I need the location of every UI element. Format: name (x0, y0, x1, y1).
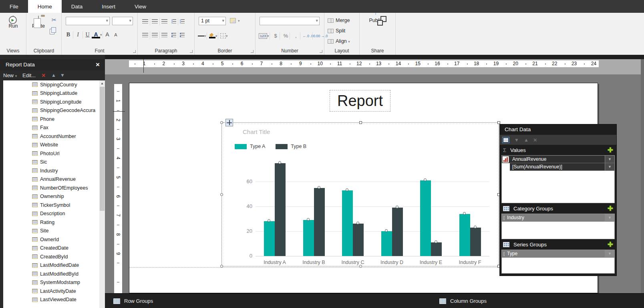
value-dropdown-icon[interactable]: ▼ (605, 156, 614, 163)
align-center-icon[interactable] (152, 33, 158, 37)
border-width-select[interactable]: 1 pt (199, 17, 226, 25)
properties-icon[interactable] (502, 137, 509, 143)
number-format-icon[interactable]: 123 (259, 33, 267, 39)
tab-home[interactable]: Home (28, 0, 62, 13)
tree-field[interactable]: Phone (3, 115, 99, 124)
move-up-icon[interactable]: ▲ (524, 137, 529, 143)
tree-field[interactable]: LastViewedDate (3, 296, 99, 304)
move-handle-icon[interactable] (225, 119, 233, 126)
align-middle-icon[interactable] (152, 19, 158, 24)
align-right-icon[interactable] (161, 33, 167, 37)
category-row-industry[interactable]: [ Industry ▼ (502, 214, 614, 222)
tree-field[interactable]: LastModifiedById (3, 270, 99, 278)
chart-bar[interactable] (381, 231, 392, 256)
paragraph-dialog-launcher[interactable] (190, 50, 193, 53)
tree-field[interactable]: SystemModstamp (3, 278, 99, 287)
move-down-icon[interactable]: ▼ (514, 137, 519, 143)
paste-button[interactable]: Paste (28, 16, 49, 29)
add-value-icon[interactable]: ✚ (608, 146, 613, 154)
selection-handle-top-center[interactable] (359, 121, 362, 124)
chart-bar[interactable] (342, 190, 353, 256)
delete-icon[interactable]: × (533, 136, 537, 143)
selection-handle-bottom-center[interactable] (359, 265, 362, 268)
increase-decimal-button[interactable]: ←.0 .00 (302, 34, 312, 38)
category-dropdown-icon[interactable]: ▼ (605, 214, 614, 221)
currency-button[interactable]: $ (272, 33, 279, 39)
grow-font-button[interactable]: A (103, 30, 112, 38)
increase-indent-icon[interactable] (180, 19, 185, 24)
font-color-caret[interactable]: ▾ (100, 33, 102, 37)
underline-button[interactable]: U (83, 31, 92, 39)
tree-field[interactable]: Industry (3, 166, 99, 175)
tree-field[interactable]: LastModifiedDate (3, 261, 99, 270)
tree-field[interactable]: ShippingLatitude (3, 89, 99, 98)
workspace-scrollbar[interactable] (641, 59, 644, 293)
move-up-icon[interactable]: ▲ (51, 70, 56, 80)
comma-button[interactable]: , (292, 33, 300, 39)
tab-file[interactable]: File (0, 0, 28, 13)
tree-field[interactable]: AnnualRevenue (3, 175, 99, 184)
decrease-decimal-button[interactable]: .00 →.0 (315, 34, 325, 38)
border-color-caret[interactable]: ▾ (215, 34, 217, 38)
number-format-select[interactable] (260, 17, 320, 25)
move-down-icon[interactable]: ▼ (60, 70, 65, 80)
selection-handle-top-left[interactable] (220, 121, 223, 124)
tree-field[interactable]: Website (3, 141, 99, 150)
bold-button[interactable]: B (64, 31, 72, 39)
align-button[interactable]: Align ▾ (328, 37, 350, 46)
value-row-annualrevenue[interactable]: AnnualRevenue ▼ (502, 156, 614, 163)
fill-color-caret[interactable]: ▾ (238, 19, 240, 23)
tree-field[interactable]: Ownership (3, 192, 99, 201)
tree-field[interactable]: LastActivityDate (3, 287, 99, 296)
fill-color-icon[interactable] (230, 18, 236, 23)
selection-handle-top-right[interactable] (497, 121, 500, 124)
tree-field[interactable]: NumberOfEmployees (3, 184, 99, 192)
delete-icon[interactable]: × (42, 70, 45, 80)
font-dialog-launcher[interactable] (133, 50, 136, 53)
merge-button[interactable]: Merge (328, 16, 350, 25)
number-format-caret[interactable]: ▾ (267, 34, 269, 38)
row-groups[interactable]: Row Groups (113, 294, 153, 308)
tree-field[interactable]: ShippingLongitude (3, 98, 99, 106)
numbered-list-icon[interactable] (180, 33, 185, 37)
selection-handle-bottom-left[interactable] (220, 265, 223, 268)
italic-button[interactable]: I (74, 31, 82, 39)
report-title-textbox[interactable]: Report (330, 90, 390, 112)
chart-bar[interactable] (470, 228, 481, 256)
align-bottom-icon[interactable] (161, 19, 167, 24)
number-dialog-launcher[interactable] (320, 50, 322, 53)
scroll-up-icon[interactable]: ▲ (101, 82, 104, 85)
tree-field[interactable]: Rating (3, 218, 99, 227)
align-top-icon[interactable] (142, 19, 148, 24)
border-style-icon[interactable] (198, 36, 204, 36)
chart-bar[interactable] (303, 220, 314, 256)
font-size-select[interactable] (112, 17, 133, 25)
selection-handle-mid-left[interactable] (220, 193, 223, 196)
border-dialog-launcher[interactable] (251, 50, 254, 53)
add-category-icon[interactable]: ✚ (608, 204, 613, 213)
tree-field[interactable]: OwnerId (3, 235, 99, 244)
run-button[interactable]: ▶ Run (3, 16, 24, 29)
tab-view[interactable]: View (125, 0, 156, 13)
column-groups[interactable]: Column Groups (439, 294, 487, 308)
decrease-indent-icon[interactable] (171, 19, 176, 24)
tree-field[interactable]: Description (3, 210, 99, 218)
chart-title[interactable]: Chart Title (243, 128, 270, 135)
chart-bar[interactable] (420, 180, 431, 256)
tree-field[interactable]: CreatedById (3, 252, 99, 261)
font-color-button[interactable]: A (92, 30, 100, 38)
font-name-select[interactable] (66, 17, 110, 25)
value-row-sum-annualrevenue[interactable]: [Sum(AnnualRevenue)] ▼ (510, 163, 614, 171)
fields-scrollbar[interactable]: ▲ (99, 80, 105, 308)
chart-bar[interactable] (314, 188, 325, 256)
tree-field[interactable]: ShippingCountry (3, 80, 99, 89)
edit-button[interactable]: Edit... (22, 70, 36, 80)
borders-caret[interactable]: ▾ (226, 34, 228, 38)
border-style-caret[interactable]: ▾ (204, 34, 206, 38)
tree-field[interactable]: Sic (3, 158, 99, 167)
shrink-font-button[interactable]: A (112, 31, 120, 39)
close-panel-icon[interactable]: × (94, 59, 102, 70)
chart-bar[interactable] (275, 163, 286, 256)
align-left-icon[interactable] (142, 33, 148, 37)
borders-icon[interactable] (220, 33, 226, 38)
